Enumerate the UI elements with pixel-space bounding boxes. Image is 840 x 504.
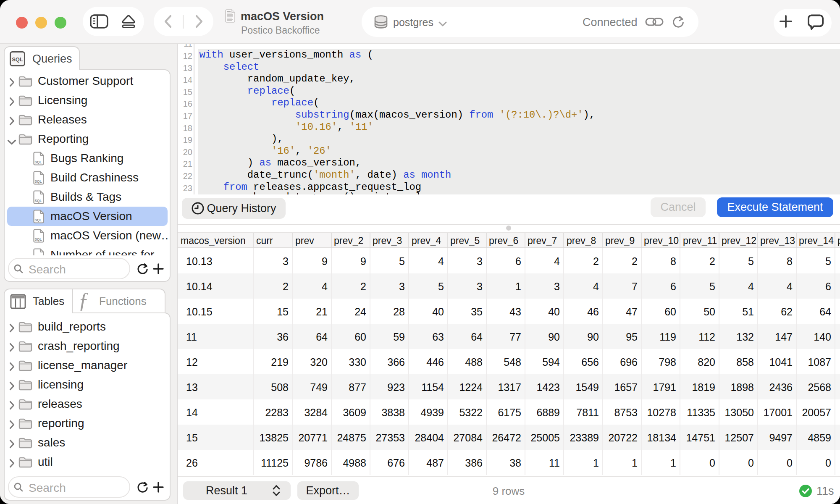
svg-text:SQL: SQL xyxy=(35,238,42,242)
svg-text:SQL: SQL xyxy=(35,199,42,203)
svg-text:SQL: SQL xyxy=(35,218,42,222)
svg-text:SQL: SQL xyxy=(35,160,42,164)
svg-text:SQL: SQL xyxy=(35,180,42,184)
svg-text:SQL: SQL xyxy=(12,56,23,63)
